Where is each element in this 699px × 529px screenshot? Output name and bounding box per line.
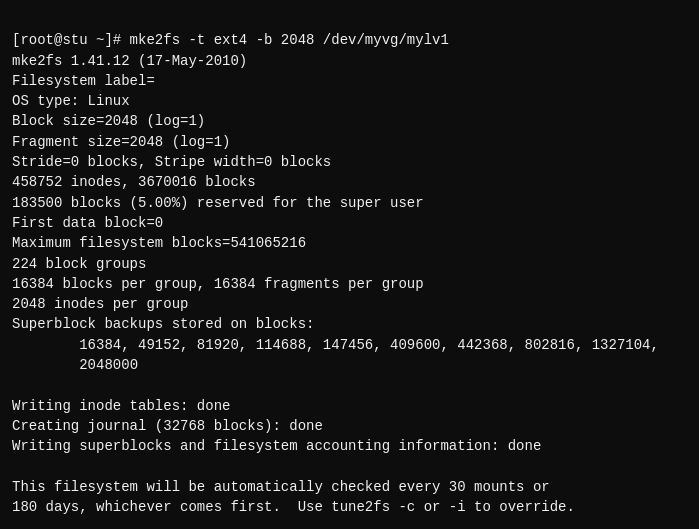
terminal-line-l22 — [12, 457, 687, 477]
terminal-line-l10: First data block=0 — [12, 213, 687, 233]
terminal-line-l21: Writing superblocks and filesystem accou… — [12, 436, 687, 456]
terminal-line-l11: Maximum filesystem blocks=541065216 — [12, 233, 687, 253]
terminal-line-l19: Writing inode tables: done — [12, 396, 687, 416]
terminal-line-l6: Fragment size=2048 (log=1) — [12, 132, 687, 152]
terminal-window[interactable]: [root@stu ~]# mke2fs -t ext4 -b 2048 /de… — [0, 0, 699, 529]
terminal-line-l13: 16384 blocks per group, 16384 fragments … — [12, 274, 687, 294]
terminal-line-l20: Creating journal (32768 blocks): done — [12, 416, 687, 436]
terminal-line-l17: 2048000 — [12, 355, 687, 375]
terminal-line-l2: mke2fs 1.41.12 (17-May-2010) — [12, 51, 687, 71]
terminal-line-l1: [root@stu ~]# mke2fs -t ext4 -b 2048 /de… — [12, 30, 687, 50]
terminal-line-l18 — [12, 375, 687, 395]
terminal-line-l12: 224 block groups — [12, 254, 687, 274]
terminal-line-l15: Superblock backups stored on blocks: — [12, 314, 687, 334]
terminal-line-l3: Filesystem label= — [12, 71, 687, 91]
terminal-line-l9: 183500 blocks (5.00%) reserved for the s… — [12, 193, 687, 213]
terminal-line-l7: Stride=0 blocks, Stripe width=0 blocks — [12, 152, 687, 172]
terminal-line-l16: 16384, 49152, 81920, 114688, 147456, 409… — [12, 335, 687, 355]
terminal-line-l14: 2048 inodes per group — [12, 294, 687, 314]
terminal-line-l5: Block size=2048 (log=1) — [12, 111, 687, 131]
terminal-line-l4: OS type: Linux — [12, 91, 687, 111]
terminal-line-l8: 458752 inodes, 3670016 blocks — [12, 172, 687, 192]
terminal-line-l24: 180 days, whichever comes first. Use tun… — [12, 497, 687, 517]
terminal-line-l23: This filesystem will be automatically ch… — [12, 477, 687, 497]
